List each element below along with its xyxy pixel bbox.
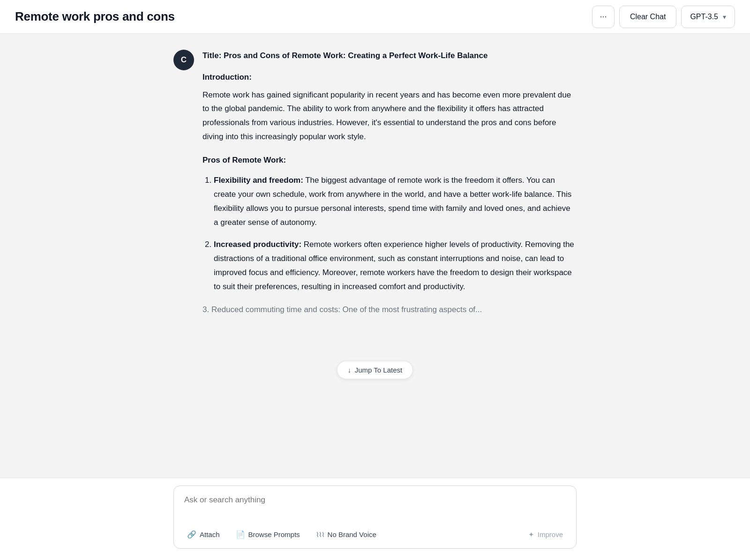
message-body: Title: Pros and Cons of Remote Work: Cre… — [202, 49, 577, 326]
model-selector-button[interactable]: GPT-3.5 ▾ — [681, 6, 735, 28]
message-title: Title: Pros and Cons of Remote Work: Cre… — [202, 49, 577, 63]
attach-button[interactable]: 🔗 Attach — [180, 526, 226, 543]
browse-prompts-label: Browse Prompts — [248, 530, 300, 538]
brand-voice-button[interactable]: ⌇⌇⌇ No Brand Voice — [309, 527, 383, 542]
improve-button[interactable]: ✦ Improve — [522, 527, 570, 543]
intro-body: Remote work has gained significant popul… — [202, 88, 577, 144]
pros-list: Flexibility and freedom: The biggest adv… — [202, 173, 577, 293]
input-toolbar-left: 🔗 Attach 📄 Browse Prompts ⌇⌇⌇ No Brand V… — [180, 526, 383, 543]
jump-to-latest-button[interactable]: ↓ Jump To Latest — [337, 361, 413, 379]
avatar: C — [173, 50, 194, 70]
partial-item: 3. Reduced commuting time and costs: One… — [202, 303, 577, 317]
chat-content: C Title: Pros and Cons of Remote Work: C… — [173, 49, 577, 339]
page-title: Remote work pros and cons — [15, 9, 175, 24]
content-wrapper: C Title: Pros and Cons of Remote Work: C… — [0, 34, 750, 560]
attach-label: Attach — [200, 530, 220, 538]
list-item: Increased productivity: Remote workers o… — [214, 238, 577, 293]
chat-area: C Title: Pros and Cons of Remote Work: C… — [0, 34, 750, 478]
input-area: 🔗 Attach 📄 Browse Prompts ⌇⌇⌇ No Brand V… — [0, 478, 750, 560]
input-toolbar: 🔗 Attach 📄 Browse Prompts ⌇⌇⌇ No Brand V… — [174, 523, 576, 548]
attach-icon: 🔗 — [187, 530, 196, 539]
model-label: GPT-3.5 — [690, 13, 718, 21]
list-item: Flexibility and freedom: The biggest adv… — [214, 173, 577, 229]
browse-prompts-icon: 📄 — [236, 530, 245, 539]
brand-voice-icon: ⌇⌇⌇ — [316, 531, 324, 538]
header: Remote work pros and cons ··· Clear Chat… — [0, 0, 750, 34]
list-item-bold: Increased productivity: — [214, 240, 301, 249]
clear-chat-button[interactable]: Clear Chat — [619, 6, 676, 28]
list-item-bold: Flexibility and freedom: — [214, 176, 303, 185]
jump-to-latest-label: Jump To Latest — [355, 366, 402, 374]
chat-input[interactable] — [174, 486, 576, 521]
improve-label: Improve — [538, 530, 563, 538]
brand-voice-label: No Brand Voice — [328, 530, 376, 538]
chevron-down-icon: ▾ — [723, 13, 726, 21]
arrow-down-icon: ↓ — [348, 366, 351, 374]
pros-heading: Pros of Remote Work: — [202, 153, 577, 167]
intro-label: Introduction: — [202, 70, 577, 84]
browse-prompts-button[interactable]: 📄 Browse Prompts — [229, 526, 307, 543]
input-container: 🔗 Attach 📄 Browse Prompts ⌇⌇⌇ No Brand V… — [173, 485, 577, 549]
message: C Title: Pros and Cons of Remote Work: C… — [173, 49, 577, 326]
improve-icon: ✦ — [528, 530, 534, 539]
header-actions: ··· Clear Chat GPT-3.5 ▾ — [592, 6, 735, 28]
more-options-button[interactable]: ··· — [592, 6, 615, 28]
